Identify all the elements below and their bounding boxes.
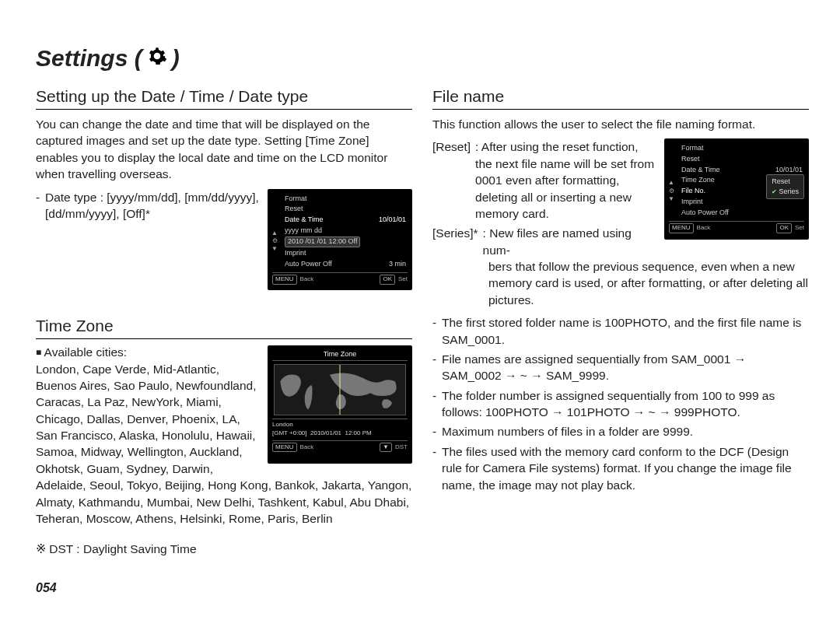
- opt-series-rest: bers that follow the previous sequence, …: [432, 258, 809, 308]
- right-column: File name This function allows the user …: [432, 82, 809, 595]
- page-title-after: ): [172, 45, 180, 72]
- heading-time-zone: Time Zone: [36, 317, 412, 339]
- world-map-icon: [274, 364, 406, 415]
- bullet-3: The folder number is assigned sequential…: [432, 387, 809, 421]
- gear-icon: [147, 45, 167, 72]
- page-number: 054: [36, 581, 412, 595]
- lcd-time-zone-figure: Time Zone: [268, 345, 412, 464]
- opt-series-lead: [Series]* : New files are named using nu…: [432, 225, 656, 258]
- date-type-line: Date type : [yyyy/mm/dd], [mm/dd/yyyy], …: [36, 189, 412, 222]
- date-time-intro: You can change the date and time that wi…: [36, 116, 412, 183]
- lcd-nav-vertical: ▲⚙▼: [271, 229, 278, 251]
- bullet-4: Maximum numbers of files in a folder are…: [432, 423, 809, 440]
- manual-page: Settings ( ) Setting up the Date / Time …: [0, 0, 840, 611]
- file-name-intro: This function allows the user to select …: [432, 116, 809, 132]
- dst-note: ※ DST : Daylight Saving Time: [36, 541, 412, 557]
- file-name-bullets: The first stored folder name is 100PHOTO…: [432, 314, 809, 493]
- page-title-text: Settings (: [36, 45, 142, 72]
- bullet-5: The files used with the memory card conf…: [432, 443, 809, 493]
- bullet-1: The first stored folder name is 100PHOTO…: [432, 314, 809, 348]
- left-column: Setting up the Date / Time / Date type Y…: [36, 82, 412, 595]
- heading-file-name: File name: [432, 87, 809, 110]
- heading-date-time: Setting up the Date / Time / Date type: [36, 87, 412, 110]
- file-no-popup: Reset Series: [766, 174, 804, 198]
- bullet-2: File names are assigned sequentially fro…: [432, 351, 809, 384]
- opt-reset: [Reset] : After using the reset function…: [432, 138, 656, 222]
- page-title: Settings ( ): [36, 45, 809, 72]
- lcd-file-name-figure: ▲⚙▼ Format Reset Date & Time10/01/01 Tim…: [664, 138, 809, 240]
- lcd-nav-vertical: ▲⚙▼: [667, 179, 675, 201]
